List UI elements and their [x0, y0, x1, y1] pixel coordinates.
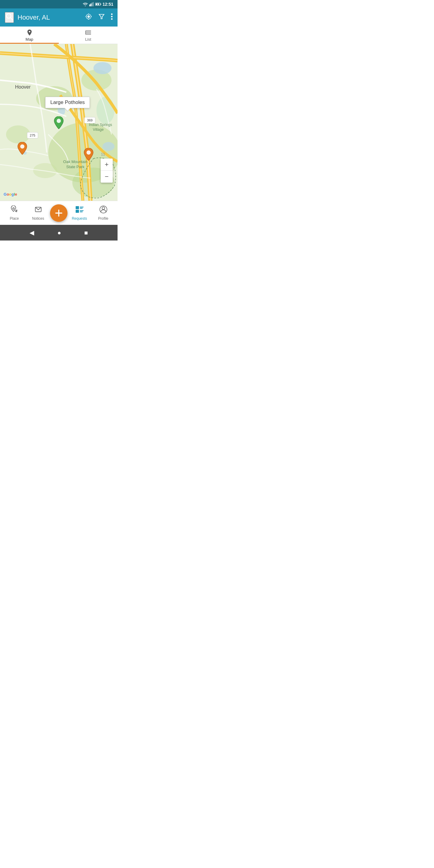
svg-point-16	[111, 13, 113, 15]
notices-icon	[34, 206, 42, 215]
recent-apps-button[interactable]: ■	[84, 229, 88, 236]
tab-map[interactable]: Map	[0, 27, 59, 44]
svg-text:Indian Springs: Indian Springs	[89, 123, 112, 127]
svg-rect-3	[93, 2, 94, 6]
tab-bar: Map List	[0, 27, 118, 44]
app-header: Hoover, AL	[0, 8, 118, 27]
svg-point-44	[57, 119, 61, 123]
requests-icon	[75, 206, 84, 215]
nav-notices-label: Notices	[32, 216, 44, 221]
svg-rect-52	[76, 206, 79, 209]
system-nav-bar: ◀ ● ■	[0, 225, 118, 241]
svg-marker-15	[99, 14, 104, 19]
svg-text:275: 275	[30, 133, 35, 137]
svg-point-45	[20, 144, 24, 149]
svg-rect-1	[90, 4, 91, 6]
map-container[interactable]: 369 275 Hoover Indian Springs Village Oa…	[0, 44, 118, 201]
tooltip-text: Large Potholes	[50, 99, 85, 105]
svg-point-17	[111, 16, 113, 18]
svg-point-47	[13, 208, 14, 209]
svg-line-8	[10, 18, 13, 20]
header-actions	[85, 13, 113, 22]
svg-point-18	[111, 19, 113, 20]
status-time: 12:51	[102, 2, 113, 7]
wifi-icon	[83, 2, 88, 6]
nav-notices[interactable]: Notices	[26, 206, 50, 221]
location-title: Hoover, AL	[18, 13, 82, 22]
svg-point-32	[93, 62, 112, 74]
my-location-button[interactable]	[85, 13, 92, 22]
profile-icon	[99, 206, 107, 215]
more-options-button[interactable]	[111, 13, 113, 22]
nav-place-label: Place	[10, 216, 19, 221]
svg-text:Hoover: Hoover	[15, 84, 31, 90]
svg-point-58	[102, 207, 104, 210]
zoom-out-button[interactable]: −	[101, 170, 113, 183]
nav-profile[interactable]: Profile	[91, 206, 115, 221]
zoom-in-button[interactable]: +	[101, 158, 113, 170]
svg-text:State Park: State Park	[66, 164, 85, 169]
tab-list[interactable]: List	[59, 27, 118, 44]
svg-rect-5	[100, 4, 101, 5]
svg-text:Village: Village	[93, 127, 104, 132]
orange-map-pin-2[interactable]	[84, 148, 94, 161]
filter-button[interactable]	[98, 13, 105, 22]
svg-point-28	[6, 125, 30, 144]
orange-map-pin-1[interactable]	[17, 142, 27, 155]
add-request-button[interactable]	[50, 204, 67, 222]
signal-icon	[89, 2, 94, 6]
svg-text:11: 11	[101, 152, 105, 156]
nav-requests-label: Requests	[72, 216, 87, 221]
nav-place[interactable]: Place	[2, 206, 26, 221]
google-logo: Google	[4, 192, 17, 196]
zoom-controls: + −	[101, 158, 113, 183]
svg-rect-0	[89, 4, 90, 6]
battery-icon	[95, 2, 101, 6]
nav-requests[interactable]: Requests	[67, 206, 91, 221]
tab-map-label: Map	[26, 37, 33, 41]
svg-point-9	[88, 16, 90, 18]
svg-rect-53	[76, 210, 79, 213]
status-bar: 12:51	[0, 0, 118, 8]
status-icons: 12:51	[83, 2, 113, 7]
svg-point-33	[102, 142, 115, 151]
map-tooltip[interactable]: Large Potholes	[45, 97, 90, 108]
svg-text:369: 369	[87, 119, 93, 122]
tab-list-label: List	[85, 37, 91, 41]
home-button[interactable]: ●	[57, 229, 61, 236]
bottom-nav: Place Notices Requ	[0, 201, 118, 225]
svg-rect-2	[92, 3, 93, 6]
search-button[interactable]	[5, 12, 14, 23]
green-map-pin[interactable]	[54, 116, 64, 129]
nav-profile-label: Profile	[98, 216, 108, 221]
back-button[interactable]: ◀	[30, 229, 34, 236]
place-icon	[10, 206, 19, 215]
svg-point-46	[87, 150, 91, 155]
